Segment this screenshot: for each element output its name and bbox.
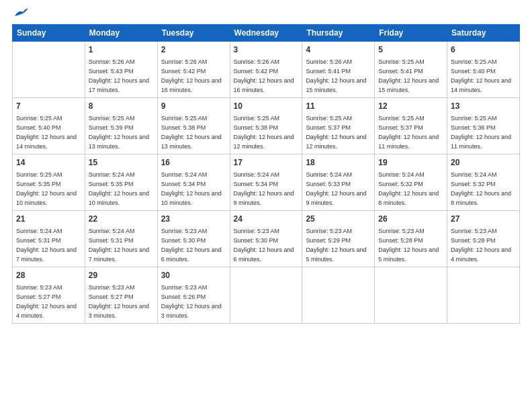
- day-info: Sunrise: 5:25 AMSunset: 5:37 PMDaylight:…: [306, 115, 366, 150]
- day-number: 21: [16, 214, 81, 225]
- day-number: 12: [378, 101, 443, 112]
- calendar-table: SundayMondayTuesdayWednesdayThursdayFrid…: [12, 24, 520, 324]
- calendar-day-cell: 25Sunrise: 5:23 AMSunset: 5:29 PMDayligh…: [302, 210, 375, 267]
- day-number: 22: [89, 214, 154, 225]
- day-info: Sunrise: 5:26 AMSunset: 5:42 PMDaylight:…: [161, 58, 222, 93]
- day-number: 28: [16, 270, 81, 281]
- day-number: 25: [306, 214, 371, 225]
- calendar-day-cell: 15Sunrise: 5:24 AMSunset: 5:35 PMDayligh…: [85, 154, 157, 210]
- calendar-week-row: 7Sunrise: 5:25 AMSunset: 5:40 PMDaylight…: [13, 97, 520, 154]
- day-info: Sunrise: 5:26 AMSunset: 5:43 PMDaylight:…: [89, 58, 149, 93]
- day-number: 4: [306, 44, 371, 56]
- calendar-day-cell: 6Sunrise: 5:25 AMSunset: 5:40 PMDaylight…: [447, 42, 520, 98]
- calendar-day-cell: 9Sunrise: 5:25 AMSunset: 5:38 PMDaylight…: [157, 97, 230, 154]
- day-info: Sunrise: 5:23 AMSunset: 5:30 PMDaylight:…: [161, 228, 222, 263]
- day-number: 19: [378, 157, 443, 169]
- weekday-header: Wednesday: [230, 25, 302, 42]
- day-info: Sunrise: 5:26 AMSunset: 5:42 PMDaylight:…: [234, 58, 294, 93]
- day-number: 3: [234, 44, 299, 56]
- day-info: Sunrise: 5:23 AMSunset: 5:28 PMDaylight:…: [451, 228, 511, 263]
- weekday-header: Friday: [375, 25, 447, 42]
- calendar-day-cell: 10Sunrise: 5:25 AMSunset: 5:38 PMDayligh…: [230, 97, 302, 154]
- weekday-header: Tuesday: [157, 25, 230, 42]
- calendar-week-row: 14Sunrise: 5:25 AMSunset: 5:35 PMDayligh…: [13, 154, 520, 210]
- day-number: 16: [161, 157, 226, 169]
- day-number: 7: [16, 101, 81, 112]
- calendar-day-cell: 28Sunrise: 5:23 AMSunset: 5:27 PMDayligh…: [13, 267, 85, 323]
- day-number: 29: [89, 270, 154, 281]
- weekday-header: Monday: [85, 25, 157, 42]
- weekday-header: Thursday: [302, 25, 375, 42]
- day-number: 13: [451, 101, 516, 112]
- day-info: Sunrise: 5:23 AMSunset: 5:30 PMDaylight:…: [234, 228, 294, 263]
- day-info: Sunrise: 5:24 AMSunset: 5:34 PMDaylight:…: [161, 171, 222, 206]
- day-number: 9: [161, 101, 226, 112]
- calendar-day-cell: [230, 267, 302, 323]
- calendar-day-cell: 16Sunrise: 5:24 AMSunset: 5:34 PMDayligh…: [157, 154, 230, 210]
- calendar-day-cell: 26Sunrise: 5:23 AMSunset: 5:28 PMDayligh…: [375, 210, 447, 267]
- day-info: Sunrise: 5:24 AMSunset: 5:31 PMDaylight:…: [16, 228, 77, 263]
- calendar-week-row: 28Sunrise: 5:23 AMSunset: 5:27 PMDayligh…: [13, 267, 520, 323]
- weekday-header: Saturday: [447, 25, 520, 42]
- day-info: Sunrise: 5:26 AMSunset: 5:41 PMDaylight:…: [306, 58, 366, 93]
- day-info: Sunrise: 5:24 AMSunset: 5:34 PMDaylight:…: [234, 171, 294, 206]
- calendar-day-cell: 29Sunrise: 5:23 AMSunset: 5:27 PMDayligh…: [85, 267, 157, 323]
- day-number: 23: [161, 214, 226, 225]
- calendar-day-cell: 18Sunrise: 5:24 AMSunset: 5:33 PMDayligh…: [302, 154, 375, 210]
- day-info: Sunrise: 5:23 AMSunset: 5:27 PMDaylight:…: [16, 284, 77, 319]
- day-number: 24: [234, 214, 299, 225]
- calendar-day-cell: 27Sunrise: 5:23 AMSunset: 5:28 PMDayligh…: [447, 210, 520, 267]
- calendar-week-row: 1Sunrise: 5:26 AMSunset: 5:43 PMDaylight…: [13, 42, 520, 98]
- calendar-day-cell: 21Sunrise: 5:24 AMSunset: 5:31 PMDayligh…: [13, 210, 85, 267]
- day-info: Sunrise: 5:24 AMSunset: 5:32 PMDaylight:…: [451, 171, 511, 206]
- calendar-day-cell: 22Sunrise: 5:24 AMSunset: 5:31 PMDayligh…: [85, 210, 157, 267]
- day-info: Sunrise: 5:25 AMSunset: 5:35 PMDaylight:…: [16, 171, 77, 206]
- day-number: 27: [451, 214, 516, 225]
- calendar-page: SundayMondayTuesdayWednesdayThursdayFrid…: [0, 0, 532, 411]
- logo: [12, 12, 28, 19]
- calendar-day-cell: 20Sunrise: 5:24 AMSunset: 5:32 PMDayligh…: [447, 154, 520, 210]
- calendar-day-cell: 3Sunrise: 5:26 AMSunset: 5:42 PMDaylight…: [230, 42, 302, 98]
- calendar-day-cell: 8Sunrise: 5:25 AMSunset: 5:39 PMDaylight…: [85, 97, 157, 154]
- day-number: 15: [89, 157, 154, 169]
- day-info: Sunrise: 5:25 AMSunset: 5:38 PMDaylight:…: [234, 115, 294, 150]
- day-info: Sunrise: 5:25 AMSunset: 5:41 PMDaylight:…: [378, 58, 439, 93]
- day-info: Sunrise: 5:23 AMSunset: 5:29 PMDaylight:…: [306, 228, 366, 263]
- day-number: 2: [161, 44, 226, 56]
- day-info: Sunrise: 5:25 AMSunset: 5:37 PMDaylight:…: [378, 115, 439, 150]
- calendar-day-cell: 13Sunrise: 5:25 AMSunset: 5:36 PMDayligh…: [447, 97, 520, 154]
- calendar-day-cell: 24Sunrise: 5:23 AMSunset: 5:30 PMDayligh…: [230, 210, 302, 267]
- day-info: Sunrise: 5:24 AMSunset: 5:32 PMDaylight:…: [378, 171, 439, 206]
- calendar-day-cell: 7Sunrise: 5:25 AMSunset: 5:40 PMDaylight…: [13, 97, 85, 154]
- day-number: 8: [89, 101, 154, 112]
- day-info: Sunrise: 5:25 AMSunset: 5:36 PMDaylight:…: [451, 115, 511, 150]
- day-info: Sunrise: 5:25 AMSunset: 5:39 PMDaylight:…: [89, 115, 149, 150]
- calendar-day-cell: 1Sunrise: 5:26 AMSunset: 5:43 PMDaylight…: [85, 42, 157, 98]
- calendar-day-cell: [375, 267, 447, 323]
- calendar-week-row: 21Sunrise: 5:24 AMSunset: 5:31 PMDayligh…: [13, 210, 520, 267]
- day-info: Sunrise: 5:25 AMSunset: 5:40 PMDaylight:…: [451, 58, 511, 93]
- calendar-day-cell: 12Sunrise: 5:25 AMSunset: 5:37 PMDayligh…: [375, 97, 447, 154]
- day-info: Sunrise: 5:24 AMSunset: 5:35 PMDaylight:…: [89, 171, 149, 206]
- header: [12, 12, 520, 19]
- day-info: Sunrise: 5:23 AMSunset: 5:28 PMDaylight:…: [378, 228, 439, 263]
- calendar-day-cell: 5Sunrise: 5:25 AMSunset: 5:41 PMDaylight…: [375, 42, 447, 98]
- day-number: 6: [451, 44, 516, 56]
- calendar-day-cell: 11Sunrise: 5:25 AMSunset: 5:37 PMDayligh…: [302, 97, 375, 154]
- day-number: 5: [378, 44, 443, 56]
- day-number: 17: [234, 157, 299, 169]
- calendar-day-cell: 4Sunrise: 5:26 AMSunset: 5:41 PMDaylight…: [302, 42, 375, 98]
- day-number: 18: [306, 157, 371, 169]
- day-info: Sunrise: 5:23 AMSunset: 5:27 PMDaylight:…: [89, 284, 149, 319]
- weekday-header: Sunday: [13, 25, 85, 42]
- day-number: 30: [161, 270, 226, 281]
- day-info: Sunrise: 5:24 AMSunset: 5:31 PMDaylight:…: [89, 228, 149, 263]
- day-number: 1: [89, 44, 154, 56]
- calendar-day-cell: 17Sunrise: 5:24 AMSunset: 5:34 PMDayligh…: [230, 154, 302, 210]
- day-number: 14: [16, 157, 81, 169]
- calendar-day-cell: 30Sunrise: 5:23 AMSunset: 5:26 PMDayligh…: [157, 267, 230, 323]
- day-info: Sunrise: 5:25 AMSunset: 5:40 PMDaylight:…: [16, 115, 77, 150]
- calendar-day-cell: 19Sunrise: 5:24 AMSunset: 5:32 PMDayligh…: [375, 154, 447, 210]
- day-info: Sunrise: 5:24 AMSunset: 5:33 PMDaylight:…: [306, 171, 366, 206]
- day-number: 20: [451, 157, 516, 169]
